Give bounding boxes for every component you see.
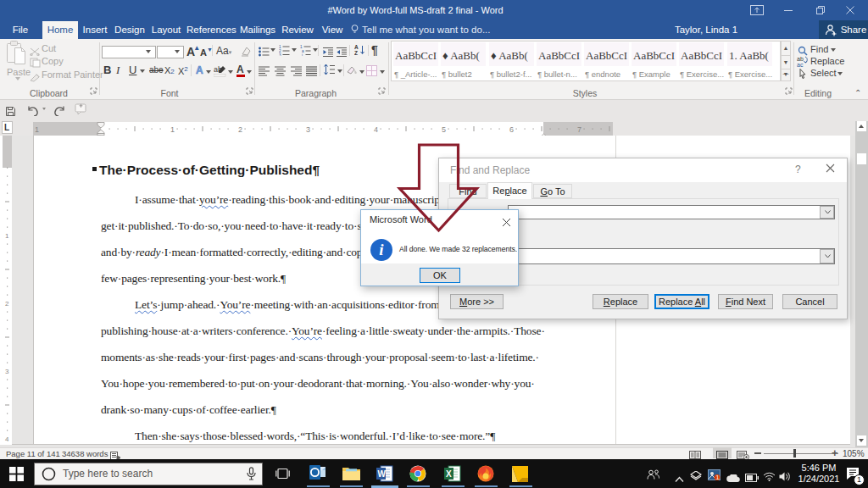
svg-text:A: A [354,44,359,50]
svg-text:3: 3 [279,53,281,57]
svg-text:7: 7 [577,125,581,134]
svg-text:1: 1 [5,232,9,240]
svg-text:2: 2 [5,300,9,308]
svg-text:W: W [378,469,387,479]
svg-text:4: 4 [374,125,378,134]
svg-text:3: 3 [5,368,9,375]
svg-text:2: 2 [238,125,242,134]
svg-text:1: 1 [170,125,175,134]
svg-text:ab: ab [797,56,804,62]
svg-text:1: 1 [35,125,39,134]
svg-text:X: X [446,469,452,479]
svg-text:i: i [302,53,303,57]
svg-text:4: 4 [5,435,9,443]
svg-text:Z: Z [354,50,358,56]
svg-text:5: 5 [442,125,446,134]
svg-text:1: 1 [716,474,720,480]
svg-text:6: 6 [509,125,514,134]
svg-text:3: 3 [306,125,310,134]
